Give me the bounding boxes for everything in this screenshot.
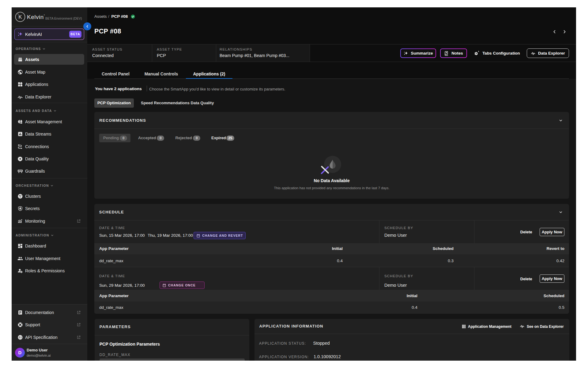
svg-text:K: K <box>18 14 22 20</box>
